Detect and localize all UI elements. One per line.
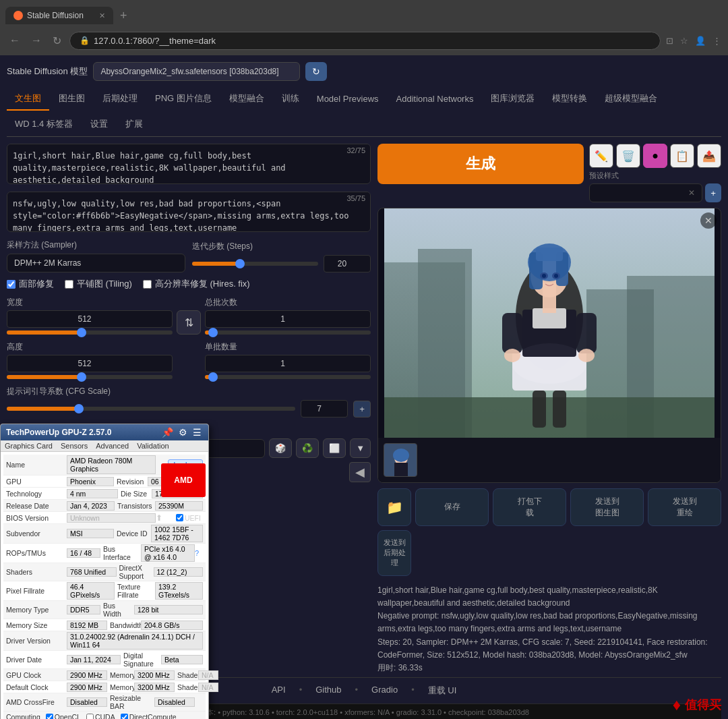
preset-icon-color[interactable]: ● xyxy=(643,144,667,168)
steps-slider-thumb[interactable] xyxy=(235,259,245,268)
tab-img2img[interactable]: 图生图 xyxy=(51,88,93,111)
menu-icon[interactable]: ⋮ xyxy=(712,36,721,46)
sampler-select[interactable]: DPM++ 2M Karras xyxy=(7,254,185,272)
batch-count-label: 总批次数 xyxy=(205,297,371,308)
tab-gallery[interactable]: 图库浏览器 xyxy=(483,88,543,111)
preset-icon-edit[interactable]: ✏️ xyxy=(589,144,613,168)
forward-button[interactable]: → xyxy=(28,32,44,49)
gpuz-mem-type-value: DDR5 xyxy=(67,605,100,614)
tab-close-btn[interactable]: ✕ xyxy=(99,11,105,20)
gpuz-menu-sensors[interactable]: Sensors xyxy=(61,442,88,450)
swap-dimensions-button[interactable]: ⇅ xyxy=(177,310,201,335)
gpuz-pin-button[interactable]: 📌 xyxy=(160,427,175,438)
model-select[interactable]: AbyssOrangeMix2_sfw.safetensors [038ba20… xyxy=(93,62,300,81)
gpuz-digital-sig-label: Digital Signature xyxy=(121,652,161,668)
tab-super-merge[interactable]: 超级模型融合 xyxy=(597,88,665,111)
gpuz-menu-advanced[interactable]: Advanced xyxy=(96,442,129,450)
batch-count-slider-thumb[interactable] xyxy=(208,328,218,337)
thumbnail-1[interactable] xyxy=(384,443,417,477)
preset-icon-trash[interactable]: 🗑️ xyxy=(616,144,640,168)
cfg-plus-button[interactable]: + xyxy=(353,401,371,418)
gpuz-driver-label: Driver Version xyxy=(6,637,67,645)
api-link[interactable]: API xyxy=(272,685,286,697)
face-restore-checkbox[interactable]: 面部修复 xyxy=(7,278,54,290)
height-slider-thumb[interactable] xyxy=(77,372,86,382)
reload-button[interactable]: ↻ xyxy=(50,32,64,50)
result-steps-info: Steps: 20, Sampler: DPM++ 2M Karras, CFG… xyxy=(377,636,721,662)
reload-ui-link[interactable]: 重载 UI xyxy=(428,685,457,697)
tab-model-previews[interactable]: Model Previews xyxy=(309,88,387,111)
cfg-slider-fill xyxy=(7,407,79,411)
tab-merge[interactable]: 模型融合 xyxy=(221,88,272,111)
tab-txt2img[interactable]: 文生图 xyxy=(7,88,49,111)
gpuz-bios-export-icon[interactable]: ⬆ xyxy=(156,513,176,523)
url-bar[interactable]: 🔒 127.0.0.1:7860/?__theme=dark xyxy=(69,32,661,50)
width-slider-thumb[interactable] xyxy=(77,328,86,337)
seed-recycle-button[interactable]: ♻️ xyxy=(296,438,319,458)
send-to-extras-button[interactable]: 发送到后期处理 xyxy=(377,530,411,576)
pack-download-button[interactable]: 打包下载 xyxy=(493,488,566,526)
gpuz-bus-help-icon[interactable]: ? xyxy=(195,549,203,557)
seed-dice-button[interactable]: 🎲 xyxy=(269,438,292,458)
profile-icon[interactable]: 👤 xyxy=(695,36,706,46)
new-tab-button[interactable]: + xyxy=(116,7,131,24)
image-close-button[interactable]: ✕ xyxy=(700,212,717,229)
tab-extensions[interactable]: 扩展 xyxy=(117,113,151,136)
seed-extra-button[interactable]: ⬜ xyxy=(323,438,346,458)
tab-settings[interactable]: 设置 xyxy=(82,113,116,136)
send-to-img2img-button[interactable]: 发送到图生图 xyxy=(570,488,644,526)
tab-wd-tagger[interactable]: WD 1.4 标签器 xyxy=(7,113,81,136)
star-icon[interactable]: ☆ xyxy=(680,36,688,46)
back-button[interactable]: ← xyxy=(7,32,23,49)
tab-model-convert[interactable]: 模型转换 xyxy=(544,88,595,111)
hires-fix-checkbox[interactable]: 高分辨率修复 (Hires. fix) xyxy=(143,278,250,290)
preset-icon-upload[interactable]: 📤 xyxy=(697,144,721,168)
steps-input[interactable] xyxy=(324,255,371,272)
tiling-checkbox[interactable]: 平铺图 (Tiling) xyxy=(65,278,132,290)
batch-size-input[interactable] xyxy=(205,355,371,372)
gpuz-menu-validation[interactable]: Validation xyxy=(137,442,169,450)
batch-size-group: 单批数量 xyxy=(205,341,371,380)
cfg-slider-thumb[interactable] xyxy=(74,404,84,413)
gpuz-menu-button[interactable]: ☰ xyxy=(191,427,203,438)
gpuz-cuda-checkbox[interactable]: CUDA xyxy=(86,713,115,719)
negative-prompt-input[interactable]: nsfw,ugly,low quality,low res,bad bad pr… xyxy=(7,192,371,232)
github-link[interactable]: Github xyxy=(315,685,341,697)
positive-prompt-input[interactable]: 1girl,short hair,Blue hair,game cg,full … xyxy=(7,144,371,184)
save-button[interactable]: 保存 xyxy=(415,488,489,526)
preset-style-select[interactable]: ✕ xyxy=(589,183,702,202)
tab-train[interactable]: 训练 xyxy=(274,88,307,111)
gpuz-opencl-checkbox[interactable]: OpenCL xyxy=(46,713,81,719)
tab-extras[interactable]: 后期处理 xyxy=(94,88,146,111)
tab-additional-networks[interactable]: Additional Networks xyxy=(388,88,482,111)
folder-button[interactable]: 📁 xyxy=(377,488,411,526)
width-input[interactable] xyxy=(7,310,173,328)
batch-count-input[interactable] xyxy=(205,310,371,328)
gpuz-settings-button[interactable]: ⚙ xyxy=(177,427,189,438)
gpuz-menu-graphics-card[interactable]: Graphics Card xyxy=(5,442,53,450)
gpuz-uefi-checkbox[interactable]: UEFI xyxy=(176,514,203,522)
gpuz-subvendor-row: Subvendor MSI Device ID 1002 15BF - 1462… xyxy=(3,524,206,544)
svg-rect-26 xyxy=(553,391,566,428)
gpuz-texture-label: Texture Fillrate xyxy=(115,583,155,599)
gradio-link[interactable]: Gradio xyxy=(371,685,398,697)
model-refresh-button[interactable]: ↻ xyxy=(305,62,327,81)
preset-add-button[interactable]: + xyxy=(705,183,721,202)
gpuz-bandwidth-label: Bandwidth xyxy=(107,621,141,629)
generate-button[interactable]: 生成 xyxy=(377,144,584,184)
collapse-button[interactable]: ◀ xyxy=(349,462,371,482)
gpuz-default-clock-gpu: 2900 MHz xyxy=(67,683,107,692)
cast-icon[interactable]: ⊡ xyxy=(666,36,673,46)
gpuz-directcompute-checkbox[interactable]: DirectCompute xyxy=(121,713,177,719)
gpuz-computing-label: Computing xyxy=(6,713,40,719)
gpuz-titlebar[interactable]: TechPowerUp GPU-Z 2.57.0 📌 ⚙ ☰ xyxy=(1,424,208,440)
height-input[interactable] xyxy=(7,355,173,372)
seed-down-button[interactable]: ▼ xyxy=(350,438,371,458)
browser-tab[interactable]: Stable Diffusion ✕ xyxy=(5,7,113,24)
cfg-input[interactable] xyxy=(301,400,348,418)
gpuz-default-clock-row: Default Clock 2900 MHz Memory 3200 MHz S… xyxy=(3,681,206,693)
preset-icon-paste[interactable]: 📋 xyxy=(670,144,694,168)
tab-png-info[interactable]: PNG 图片信息 xyxy=(147,88,220,111)
send-to-inpaint-button[interactable]: 发送到重绘 xyxy=(648,488,721,526)
batch-size-slider-thumb[interactable] xyxy=(208,372,218,382)
